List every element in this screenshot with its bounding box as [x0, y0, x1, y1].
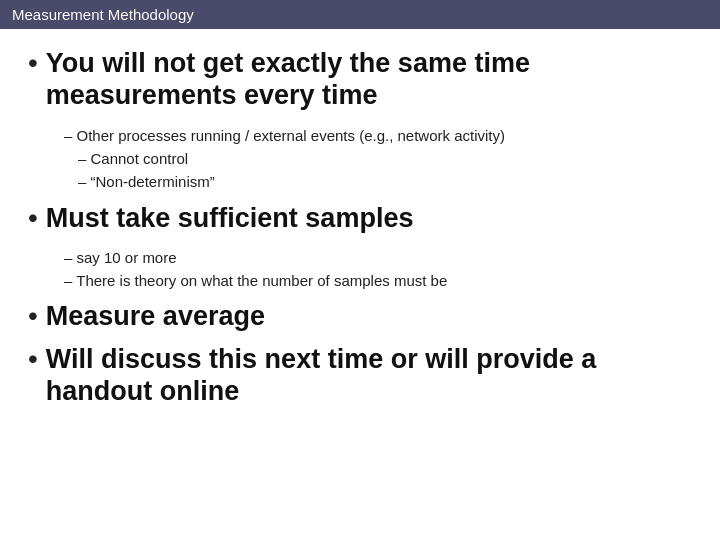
- sub-bullets-1: – Other processes running / external eve…: [64, 124, 692, 194]
- slide: Measurement Methodology • You will not g…: [0, 0, 720, 540]
- bullet-text-4: Will discuss this next time or will prov…: [46, 343, 692, 408]
- bullet-item-2: • Must take sufficient samples: [28, 202, 692, 234]
- sub-bullet-1b: – Cannot control: [78, 147, 692, 170]
- sub-bullets-2: – say 10 or more – There is theory on wh…: [64, 246, 692, 293]
- bullet-dot-2: •: [28, 202, 38, 234]
- sub-bullet-1a: – Other processes running / external eve…: [64, 124, 692, 147]
- sub-bullet-1c: – “Non-determinism”: [78, 170, 692, 193]
- bullet-text-3: Measure average: [46, 300, 265, 332]
- bullet-item-3: • Measure average: [28, 300, 692, 332]
- slide-content: • You will not get exactly the same time…: [0, 29, 720, 540]
- bullet-text-2: Must take sufficient samples: [46, 202, 414, 234]
- bullet-item-4: • Will discuss this next time or will pr…: [28, 343, 692, 408]
- bullet-item-1: • You will not get exactly the same time…: [28, 47, 692, 112]
- bullet-dot-4: •: [28, 343, 38, 375]
- sub-bullet-2a: – say 10 or more: [64, 246, 692, 269]
- slide-title: Measurement Methodology: [12, 6, 194, 23]
- bullet-dot-1: •: [28, 47, 38, 79]
- slide-header: Measurement Methodology: [0, 0, 720, 29]
- bullet-dot-3: •: [28, 300, 38, 332]
- bullet-text-1: You will not get exactly the same time m…: [46, 47, 692, 112]
- sub-bullet-2b: – There is theory on what the number of …: [64, 269, 692, 292]
